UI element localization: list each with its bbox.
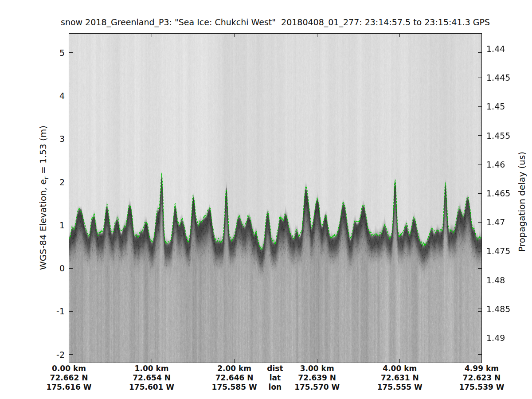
axis-tick	[478, 78, 481, 78]
axis-tick	[478, 268, 481, 269]
delay-tick-label: 1.46	[486, 160, 505, 169]
delay-tick-label: 1.49	[486, 333, 505, 343]
x-label-line: 175.555 W	[377, 383, 422, 392]
y-axis-label-right: Propagation delay (us)	[516, 152, 527, 252]
x-label-line: 1.00 km	[129, 364, 174, 373]
axis-tick	[478, 96, 481, 96]
x-label-line: 2.00 km	[212, 364, 257, 373]
radar-echogram-figure: snow 2018_Greenland_P3: "Sea Ice: Chukch…	[0, 0, 532, 399]
delay-tick-label: 1.445	[486, 73, 510, 82]
axis-tick	[478, 280, 481, 280]
axis-tick	[478, 354, 481, 355]
x-label-line: lon	[267, 383, 283, 392]
x-column-labels: 3.00 km72.639 N175.570 W	[294, 364, 340, 392]
axis-tick	[478, 52, 481, 53]
delay-tick-label: 1.45	[486, 102, 505, 111]
axis-tick	[317, 359, 317, 363]
x-label-line: 4.00 km	[377, 364, 422, 373]
chart-title: snow 2018_Greenland_P3: "Sea Ice: Chukch…	[61, 17, 490, 27]
axis-tick	[478, 251, 481, 251]
axis-tick	[478, 222, 481, 223]
axis-tick	[399, 359, 400, 363]
delay-tick-label: 1.44	[486, 44, 505, 54]
axis-tick	[69, 311, 73, 312]
x-label-line: 175.601 W	[129, 383, 174, 392]
axis-tick	[69, 354, 73, 355]
x-label-line: 0.00 km	[46, 364, 91, 373]
axis-tick	[234, 34, 235, 37]
x-label-line: lat	[267, 373, 283, 383]
x-label-line: 72.631 N	[377, 373, 422, 383]
x-label-line: 175.570 W	[294, 383, 340, 392]
x-column-labels: 4.99 km72.623 N175.539 W	[459, 364, 504, 392]
delay-tick-label: 1.465	[486, 188, 510, 198]
axis-tick	[478, 225, 481, 225]
axis-tick	[399, 34, 400, 37]
x-label-line: 4.99 km	[459, 364, 504, 373]
axis-tick	[478, 193, 481, 194]
axis-tick	[69, 225, 73, 225]
x-label-line: 175.539 W	[459, 383, 504, 392]
axis-tick	[152, 359, 152, 363]
x-label-line: 175.616 W	[46, 383, 91, 392]
delay-tick-label: 1.47	[486, 217, 505, 227]
x-label-line: 72.646 N	[212, 373, 257, 383]
y-axis-label-left: WGS-84 Elevation, er = 1.53 (m)	[38, 125, 48, 270]
x-axis-header-labels: distlatlon	[267, 364, 283, 392]
axis-tick	[478, 338, 481, 338]
axis-tick	[478, 49, 481, 49]
axis-tick	[478, 182, 481, 182]
x-label-line: dist	[267, 364, 283, 373]
x-label-line: 72.654 N	[129, 373, 174, 383]
axis-tick	[478, 135, 481, 136]
x-column-labels: 0.00 km72.662 N175.616 W	[46, 364, 91, 392]
elevation-tick-label: 0	[0, 263, 65, 273]
elevation-tick-label: 4	[0, 91, 65, 101]
axis-tick	[69, 52, 73, 53]
axis-tick	[69, 268, 73, 269]
echogram-canvas	[69, 34, 481, 363]
elevation-tick-label: -1	[0, 306, 65, 316]
axis-tick	[478, 309, 481, 309]
x-column-labels: 4.00 km72.631 N175.555 W	[377, 364, 422, 392]
elevation-tick-label: 1	[0, 220, 65, 230]
elevation-tick-label: -2	[0, 350, 65, 360]
x-label-line: 3.00 km	[294, 364, 340, 373]
x-label-line: 72.623 N	[459, 373, 504, 383]
x-label-line: 72.662 N	[46, 373, 91, 383]
y-left-label-units: = 1.53 (m)	[38, 125, 48, 176]
axis-tick	[234, 359, 235, 363]
x-label-line: 175.585 W	[212, 383, 257, 392]
axis-tick	[69, 96, 73, 96]
delay-tick-label: 1.48	[486, 275, 505, 285]
axis-tick	[69, 182, 73, 182]
elevation-tick-label: 5	[0, 48, 65, 58]
axis-tick	[69, 139, 73, 139]
delay-tick-label: 1.485	[486, 304, 510, 314]
x-label-line: 72.639 N	[294, 373, 340, 383]
x-column-labels: 2.00 km72.646 N175.585 W	[212, 364, 257, 392]
axis-tick	[317, 34, 317, 37]
axis-tick	[478, 139, 481, 139]
axis-tick	[478, 164, 481, 164]
axis-tick	[478, 311, 481, 312]
delay-tick-label: 1.475	[486, 246, 510, 256]
x-column-labels: 1.00 km72.654 N175.601 W	[129, 364, 174, 392]
axis-tick	[478, 106, 481, 107]
elevation-tick-label: 3	[0, 134, 65, 144]
delay-tick-label: 1.455	[486, 131, 510, 141]
axis-tick	[152, 34, 152, 37]
elevation-tick-label: 2	[0, 177, 65, 187]
